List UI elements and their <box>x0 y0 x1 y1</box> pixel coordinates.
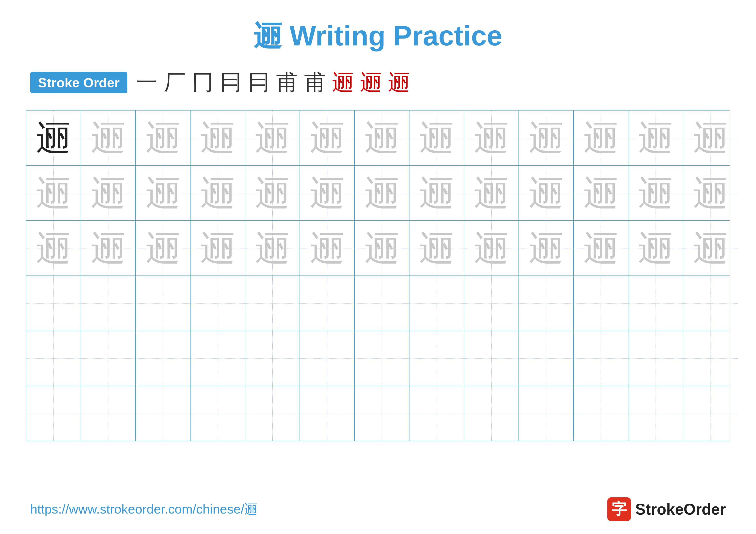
cell-4-7[interactable] <box>355 276 410 331</box>
grid-row-2: 逦 逦 逦 逦 逦 逦 逦 逦 逦 逦 逦 逦 逦 <box>26 165 730 221</box>
cell-6-8[interactable] <box>410 386 464 441</box>
cell-6-5[interactable] <box>245 386 300 441</box>
footer-url[interactable]: https://www.strokeorder.com/chinese/逦 <box>30 501 257 518</box>
cell-6-10[interactable] <box>519 386 574 441</box>
cell-4-1[interactable] <box>26 276 81 331</box>
cell-2-6: 逦 <box>300 165 355 220</box>
cell-1-1: 逦 <box>26 111 81 165</box>
cell-3-11: 逦 <box>574 221 629 275</box>
cell-6-11[interactable] <box>574 386 629 441</box>
cell-5-1[interactable] <box>26 331 81 386</box>
stroke-6: 甫 <box>276 68 298 97</box>
title-character: 逦 <box>254 20 282 51</box>
cell-4-3[interactable] <box>136 276 191 331</box>
cell-3-6: 逦 <box>300 221 355 275</box>
cell-3-3: 逦 <box>136 221 191 275</box>
cell-2-12: 逦 <box>629 165 683 220</box>
stroke-order-badge: Stroke Order <box>30 72 127 93</box>
title-text: Writing Practice <box>282 20 502 51</box>
cell-2-1: 逦 <box>26 165 81 220</box>
cell-1-12: 逦 <box>629 111 683 165</box>
cell-6-9[interactable] <box>464 386 519 441</box>
cell-4-9[interactable] <box>464 276 519 331</box>
cell-5-13[interactable] <box>683 331 738 386</box>
cell-3-12: 逦 <box>629 221 683 275</box>
cell-1-2: 逦 <box>81 111 136 165</box>
cell-1-4: 逦 <box>191 111 245 165</box>
cell-4-8[interactable] <box>410 276 464 331</box>
cell-2-7: 逦 <box>355 165 410 220</box>
cell-1-10: 逦 <box>519 111 574 165</box>
cell-5-8[interactable] <box>410 331 464 386</box>
cell-1-6: 逦 <box>300 111 355 165</box>
cell-4-11[interactable] <box>574 276 629 331</box>
cell-6-4[interactable] <box>191 386 245 441</box>
cell-4-10[interactable] <box>519 276 574 331</box>
cell-2-11: 逦 <box>574 165 629 220</box>
cell-5-5[interactable] <box>245 331 300 386</box>
cell-5-4[interactable] <box>191 331 245 386</box>
stroke-5: 冃 <box>248 68 270 97</box>
cell-4-5[interactable] <box>245 276 300 331</box>
cell-4-12[interactable] <box>629 276 683 331</box>
cell-3-5: 逦 <box>245 221 300 275</box>
cell-5-3[interactable] <box>136 331 191 386</box>
cell-5-2[interactable] <box>81 331 136 386</box>
stroke-9: 逦 <box>360 68 382 97</box>
cell-4-6[interactable] <box>300 276 355 331</box>
cell-2-2: 逦 <box>81 165 136 220</box>
cell-3-9: 逦 <box>464 221 519 275</box>
cell-5-9[interactable] <box>464 331 519 386</box>
cell-2-5: 逦 <box>245 165 300 220</box>
cell-3-8: 逦 <box>410 221 464 275</box>
cell-3-4: 逦 <box>191 221 245 275</box>
cell-4-13[interactable] <box>683 276 738 331</box>
cell-6-7[interactable] <box>355 386 410 441</box>
stroke-4: 冃 <box>220 68 242 97</box>
grid-row-6 <box>26 386 730 441</box>
grid-row-3: 逦 逦 逦 逦 逦 逦 逦 逦 逦 逦 逦 逦 逦 <box>26 221 730 276</box>
footer: https://www.strokeorder.com/chinese/逦 字 … <box>0 497 756 521</box>
cell-3-7: 逦 <box>355 221 410 275</box>
cell-1-9: 逦 <box>464 111 519 165</box>
grid-row-1: 逦 逦 逦 逦 逦 逦 逦 逦 逦 逦 逦 逦 逦 <box>26 111 730 165</box>
cell-5-6[interactable] <box>300 331 355 386</box>
cell-2-10: 逦 <box>519 165 574 220</box>
cell-6-13[interactable] <box>683 386 738 441</box>
cell-6-6[interactable] <box>300 386 355 441</box>
cell-5-10[interactable] <box>519 331 574 386</box>
stroke-7: 甫 <box>304 68 326 97</box>
stroke-sequence: 一 厂 冂 冃 冃 甫 甫 逦 逦 逦 <box>136 68 410 97</box>
cell-5-12[interactable] <box>629 331 683 386</box>
grid-row-4 <box>26 276 730 331</box>
stroke-10: 逦 <box>388 68 410 97</box>
cell-3-2: 逦 <box>81 221 136 275</box>
cell-1-8: 逦 <box>410 111 464 165</box>
stroke-1: 一 <box>136 68 157 97</box>
cell-3-13: 逦 <box>683 221 738 275</box>
cell-6-3[interactable] <box>136 386 191 441</box>
cell-3-1: 逦 <box>26 221 81 275</box>
cell-6-12[interactable] <box>629 386 683 441</box>
stroke-order-section: Stroke Order 一 厂 冂 冃 冃 甫 甫 逦 逦 逦 <box>0 55 756 106</box>
stroke-8: 逦 <box>332 68 354 97</box>
cell-2-3: 逦 <box>136 165 191 220</box>
cell-2-13: 逦 <box>683 165 738 220</box>
cell-1-11: 逦 <box>574 111 629 165</box>
cell-4-4[interactable] <box>191 276 245 331</box>
strokeorder-logo-text: StrokeOrder <box>635 500 726 518</box>
cell-5-11[interactable] <box>574 331 629 386</box>
cell-1-7: 逦 <box>355 111 410 165</box>
cell-1-3: 逦 <box>136 111 191 165</box>
grid-row-5 <box>26 331 730 386</box>
cell-1-5: 逦 <box>245 111 300 165</box>
cell-2-8: 逦 <box>410 165 464 220</box>
cell-5-7[interactable] <box>355 331 410 386</box>
cell-4-2[interactable] <box>81 276 136 331</box>
cell-6-1[interactable] <box>26 386 81 441</box>
page-title: 逦 Writing Practice <box>0 0 756 55</box>
cell-1-13: 逦 <box>683 111 738 165</box>
cell-2-4: 逦 <box>191 165 245 220</box>
cell-6-2[interactable] <box>81 386 136 441</box>
stroke-2: 厂 <box>164 68 186 97</box>
